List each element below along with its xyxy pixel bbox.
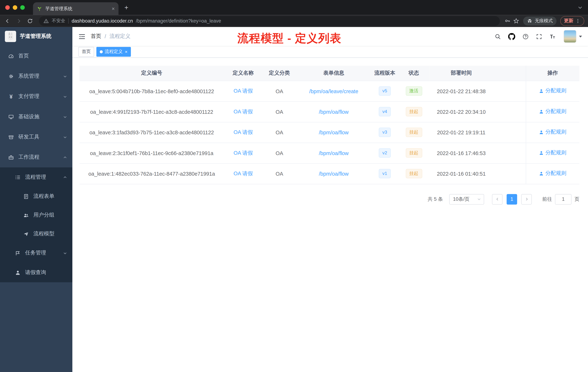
assign-rule-link[interactable]: 分配规则	[539, 88, 566, 94]
new-tab-button[interactable]: +	[121, 2, 131, 12]
goto-page-input[interactable]	[555, 194, 572, 204]
reload-button[interactable]	[25, 16, 34, 25]
form-link[interactable]: /bpm/oa/flow	[319, 129, 349, 135]
assign-rule-link[interactable]: 分配规则	[539, 129, 566, 136]
sidebar-item-infrastructure[interactable]: 基础设施	[0, 107, 72, 127]
table-row: oa_leave:3:1fad3d93-7b75-11ec-a3c8-acde4…	[79, 122, 579, 142]
favicon	[37, 6, 42, 11]
yen-icon: ¥	[8, 94, 14, 99]
status-tag: 挂起	[406, 107, 422, 116]
definition-name-link[interactable]: OA 请假	[234, 129, 253, 135]
sidebar: 芋道管理系统 首页 系统管理 ¥ 支付管理	[0, 27, 72, 372]
back-button[interactable]	[3, 16, 12, 25]
tab-list-chevron-icon[interactable]	[578, 5, 583, 10]
definition-name-link[interactable]: OA 请假	[234, 108, 253, 114]
update-label[interactable]: 更新	[564, 18, 573, 24]
workflow-submenu: 流程管理 流程表单 用户分组	[0, 167, 72, 282]
list-icon	[15, 174, 21, 180]
status-tag: 挂起	[406, 148, 422, 158]
sidebar-item-user-group[interactable]: 用户分组	[0, 206, 72, 224]
col-operations: 操作	[526, 66, 579, 81]
github-icon[interactable]	[508, 33, 515, 40]
tag-close-icon[interactable]: ×	[125, 49, 127, 54]
sidebar-item-process-mgmt[interactable]: 流程管理	[0, 167, 72, 187]
browser-menu-update[interactable]: 更新	[560, 16, 584, 26]
avatar[interactable]	[564, 30, 576, 43]
chevron-down-icon	[63, 135, 67, 139]
person-icon	[539, 109, 544, 114]
security-label[interactable]: 不安全	[52, 18, 65, 24]
definition-name-link[interactable]: OA 请假	[234, 150, 253, 156]
bookmark-star-icon[interactable]	[513, 18, 519, 24]
definition-name-link[interactable]: OA 请假	[234, 88, 253, 94]
form-link[interactable]: /bpm/oa/flow	[319, 150, 349, 156]
assign-rule-link[interactable]: 分配规则	[539, 149, 566, 156]
kebab-menu-icon[interactable]	[575, 18, 580, 23]
chevron-down-icon	[63, 74, 67, 78]
definition-name-link[interactable]: OA 请假	[234, 170, 253, 176]
tab-title: 芋道管理系统	[45, 5, 109, 12]
forward-button[interactable]	[14, 16, 23, 25]
user-menu[interactable]	[564, 30, 582, 43]
fullscreen-icon[interactable]	[536, 33, 542, 40]
status-tag: 挂起	[406, 128, 422, 137]
deploy-time: 2022-01-22 21:48:38	[430, 81, 493, 101]
sidebar-item-home[interactable]: 首页	[0, 46, 72, 66]
version-tag: v1	[378, 169, 391, 178]
browser-tab[interactable]: 芋道管理系统 ×	[33, 2, 118, 15]
close-window-button[interactable]	[5, 5, 10, 10]
key-icon[interactable]	[504, 18, 511, 24]
help-icon[interactable]	[522, 33, 529, 40]
chevron-left-icon	[495, 197, 499, 201]
window-controls[interactable]	[0, 5, 29, 10]
minimize-window-button[interactable]	[13, 5, 17, 10]
browser-window: 芋道管理系统 × + 不安全 dashboard.yudao.iocoder.c…	[0, 0, 588, 372]
assign-rule-link[interactable]: 分配规则	[539, 108, 566, 115]
col-form-info: 表单信息	[296, 66, 371, 81]
logo-avatar	[5, 31, 16, 42]
sidebar-item-leave-query[interactable]: 请假查询	[0, 263, 72, 282]
chevron-right-icon	[524, 197, 529, 201]
address-bar[interactable]: 不安全 dashboard.yudao.iocoder.cn /bpm/mana…	[39, 16, 500, 26]
sidebar-item-dev-tools[interactable]: 研发工具	[0, 127, 72, 147]
version-tag: v3	[378, 128, 391, 137]
definition-id: oa_leave:3:1fad3d93-7b75-11ec-a3c8-acde4…	[79, 122, 224, 142]
search-icon[interactable]	[494, 33, 501, 40]
breadcrumb-home[interactable]: 首页	[91, 33, 101, 40]
form-link[interactable]: /bpm/oa/flow	[319, 171, 349, 176]
prev-page-button[interactable]	[492, 194, 503, 204]
sidebar-item-payment-mgmt[interactable]: ¥ 支付管理	[0, 86, 72, 107]
sidebar-item-workflow[interactable]: 工作流程	[0, 147, 72, 167]
version-tag: v4	[378, 107, 391, 116]
font-size-icon[interactable]	[549, 33, 556, 40]
person-icon	[539, 88, 544, 93]
next-page-button[interactable]	[521, 194, 532, 204]
form-link[interactable]: /bpm/oa/flow	[319, 109, 349, 115]
assign-rule-link[interactable]: 分配规则	[539, 170, 566, 177]
status-tag: 激活	[406, 87, 422, 96]
page-number-1[interactable]: 1	[506, 194, 517, 204]
total-count: 共 5 条	[428, 196, 443, 203]
tag-home[interactable]: 首页	[78, 47, 94, 57]
sidebar-item-process-form[interactable]: 流程表单	[0, 187, 72, 206]
col-filler	[493, 66, 526, 81]
definition-category: OA	[262, 122, 296, 142]
chevron-up-icon	[63, 155, 67, 159]
form-link[interactable]: /bpm/oa/leave/create	[309, 88, 358, 94]
maximize-window-button[interactable]	[20, 5, 25, 10]
tag-process-definition[interactable]: 流程定义 ×	[96, 47, 131, 57]
sidebar-item-task-mgmt[interactable]: 任务管理	[0, 243, 72, 263]
pagination: 共 5 条 10条/页 1 前往 页	[79, 194, 579, 204]
definition-category: OA	[262, 101, 296, 122]
sidebar-item-process-model[interactable]: 流程模型	[0, 224, 72, 243]
sidebar-item-system-mgmt[interactable]: 系统管理	[0, 66, 72, 86]
sidebar-collapse-icon[interactable]	[78, 33, 85, 40]
document-icon	[23, 194, 29, 199]
deploy-time: 2022-01-16 01:40:51	[430, 163, 493, 184]
tab-close-icon[interactable]: ×	[112, 6, 115, 11]
col-status: 状态	[398, 66, 429, 81]
page-size-select[interactable]: 10条/页	[449, 194, 484, 204]
chevron-down-icon	[477, 197, 481, 201]
toolbox-icon	[8, 134, 14, 140]
col-process-version: 流程版本	[371, 66, 398, 81]
